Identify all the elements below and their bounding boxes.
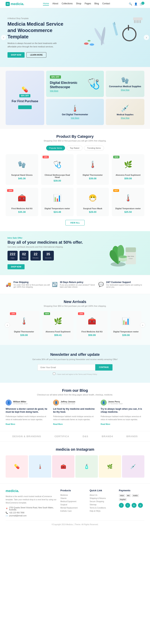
search-icon[interactable]: 🔍 [129, 2, 132, 6]
nav-collections[interactable]: Collections [62, 2, 73, 6]
newsletter-submit-button[interactable]: CONTINUE [95, 364, 112, 370]
social-facebook[interactable]: f [119, 503, 124, 508]
promo-stethoscope-link[interactable]: Visit Store [50, 90, 58, 92]
footer-payments-heading: Payments [119, 489, 144, 492]
feature-support-title: 24/7 Customer Support [106, 281, 144, 284]
promo-supplies-icon: 💉 [121, 104, 129, 112]
arrival-card-1: -10% 🌡️ Digital Thermometer $39.08 [9, 311, 40, 339]
product-name-5: First Medicine Aid Kit [9, 207, 36, 210]
promo-thermo-link[interactable]: Visit Store [71, 117, 79, 119]
tab-toprated[interactable]: Top Rated [67, 146, 82, 150]
footer-email: ✉️ yourmail@email.com [6, 515, 57, 517]
footer-link-secure[interactable]: Secure Shopping [90, 500, 115, 502]
blog-title-2: Let food by thy medicine and medicine be… [53, 408, 97, 414]
feature-shipping: 🚚 Free Shipping On order Over $50 or fir… [6, 280, 52, 289]
arrival-card-2: NEW 🌿 Aloevera Food Supliment $59.41 [42, 311, 74, 339]
nav-shop[interactable]: Shop [76, 2, 81, 6]
insta-item-5[interactable]: 🌿 [99, 455, 121, 478]
footer-link-mental[interactable]: Mental Replacement [60, 507, 86, 509]
payment-paypal: PayPal [119, 498, 127, 501]
footer-brand-desc: Medicia is the world's most trusted medi… [6, 495, 57, 504]
footer: medicia. Medicia is the world's most tru… [0, 483, 150, 531]
arrival-price-4: $39.08 [122, 334, 130, 336]
blog-read-more-2[interactable]: Read More [53, 423, 63, 425]
hero-prev-button[interactable]: ‹ [1, 35, 6, 40]
footer-link-terms[interactable]: Terms & Conditions [90, 507, 115, 509]
blog-author-row-1: 👤 William Miller 15 November 2019 [6, 400, 49, 406]
blog-read-more-1[interactable]: Read More [6, 423, 15, 425]
blog-card-2: 👤 Jeffrey Jonson 16 November 2019 Let fo… [53, 400, 97, 426]
footer-link-vitamin[interactable]: Vitamin [60, 497, 86, 499]
insta-item-3[interactable]: 🧰 [52, 455, 74, 478]
arrivals-prev-button[interactable]: ‹ [5, 322, 10, 328]
new-arrivals-section: New Arrivals Shopping Over $50 or first … [0, 294, 150, 345]
product-card-8: HOT 🌡️ Digital Temperature meter $25.50 [112, 188, 144, 216]
product-price-2: $39.00 [54, 179, 61, 182]
arrival-price-2: $59.41 [54, 334, 62, 336]
nav-pages[interactable]: Pages [85, 2, 91, 6]
shop-now-button[interactable]: SHOP NOW [8, 52, 25, 58]
footer-products-links: Medicine Vitamin Medical Equipment Surgi… [60, 494, 86, 512]
insta-item-6[interactable]: 💉 [122, 455, 144, 478]
promo-corona-link[interactable]: Shop Now [121, 89, 129, 91]
newsletter-email-input[interactable] [38, 364, 95, 370]
brand-logo[interactable]: m medicia. [6, 2, 24, 6]
footer-link-medical-equip[interactable]: Medical Equipment [60, 500, 86, 502]
countdown-days-label: Days [11, 257, 15, 259]
footer-link-medicine[interactable]: Medicine [60, 494, 86, 496]
footer-link-shipping[interactable]: Shipping & Returns [90, 497, 115, 499]
newsletter-checkbox[interactable] [53, 372, 55, 375]
insta-item-2[interactable]: 🌡️ [29, 455, 51, 478]
feature-shipping-title: Free Shipping [14, 281, 52, 284]
promo-thermo-icon: 🌡️ [71, 104, 79, 112]
social-linkedin[interactable]: in [132, 503, 136, 508]
promo-stop-btn[interactable]: STOP NOW [18, 105, 32, 109]
footer-products-col: Products Medicine Vitamin Medical Equipm… [60, 489, 86, 517]
footer-link-esthetic[interactable]: Esthetic Care [60, 510, 86, 512]
footer-link-surgical[interactable]: Surgical [60, 504, 86, 506]
nav-home[interactable]: Home [43, 2, 49, 6]
flash-sale-btn[interactable]: SHOP NOW [8, 264, 25, 269]
nav-blog[interactable]: Blog [94, 2, 99, 6]
blog-read-more-3[interactable]: Read More [101, 423, 110, 425]
promo-card-supplies: 💉 Medical Supplies Shop Now [106, 99, 144, 125]
arrivals-next-button[interactable]: › [140, 322, 145, 328]
view-all-button[interactable]: VIEW ALL [65, 220, 85, 226]
arrival-card-3: -15% 🧰 First Medicine Aid Kit $59.99 [76, 311, 108, 339]
blog-author-row-3: 👤 Jones Perry 17 November 2019 [101, 400, 144, 406]
product-badge-2: -20% [43, 156, 49, 158]
tab-trending[interactable]: Trending Items [84, 146, 104, 150]
social-twitter[interactable]: t [125, 503, 130, 508]
blog-section-header: From our Blog Checkout our all latest ar… [6, 388, 144, 396]
new-arrivals-title: New Arrivals [6, 300, 144, 304]
footer-link-sitemap[interactable]: Sitemap [90, 504, 115, 506]
email-text: yourmail@email.com [9, 515, 27, 517]
insta-item-1[interactable]: 💊 [6, 455, 28, 478]
promo-thermo-title: Get Digital Thermometer [62, 113, 88, 116]
arrival-image-3: 🧰 [85, 314, 100, 329]
nav-about[interactable]: About [52, 2, 58, 6]
brands-section: Design & Branding Certifica D&S Brand4 B… [0, 431, 150, 442]
feature-support: 💬 24/7 Customer Support Our dedicated su… [98, 280, 144, 289]
footer-link-about[interactable]: About Us [90, 494, 115, 496]
user-icon[interactable]: 👤 [134, 2, 137, 6]
hero-next-button[interactable]: › [144, 35, 149, 40]
insta-item-4[interactable]: 🧴 [75, 455, 98, 478]
tab-popular[interactable]: Popular Items [46, 146, 65, 150]
learn-more-button[interactable]: LEARN MORE [27, 52, 46, 58]
arrival-badge-2: NEW [44, 312, 50, 315]
feature-shipping-text: Free Shipping On order Over $50 or first… [14, 281, 52, 288]
social-pinterest[interactable]: p [138, 503, 143, 508]
newsletter-section: Newsletter and offer update Get extra 30… [0, 345, 150, 383]
navigation: m medicia. Home About Collections Shop P… [0, 0, 150, 8]
product-name-2: Clinical Stethoscope Dual Head [44, 174, 71, 178]
product-image-2: 🩺 [50, 157, 65, 172]
product-image-1: 🧤 [15, 157, 30, 172]
countdown-days: 222 Days [8, 251, 18, 260]
nav-contact[interactable]: Contact [102, 2, 110, 6]
arrival-image-1: 🌡️ [17, 314, 32, 329]
promo-supplies-link[interactable]: Shop Now [121, 117, 129, 119]
product-price-8: $25.50 [124, 210, 132, 213]
promo-corona-title: Coronavirus Medical Supplies [109, 85, 141, 88]
footer-link-help[interactable]: Help & FAQs [90, 510, 115, 512]
